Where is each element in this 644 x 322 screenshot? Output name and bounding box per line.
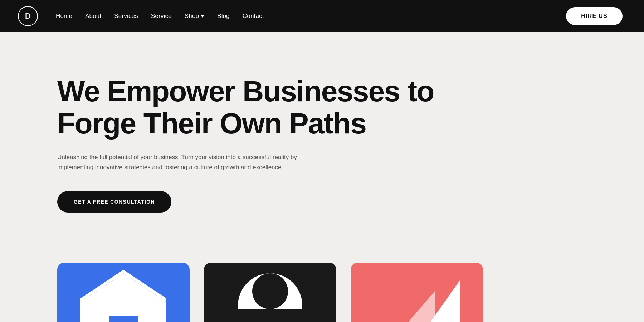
logo[interactable]: D — [18, 6, 38, 26]
nav-item-home[interactable]: Home — [56, 13, 72, 20]
svg-rect-2 — [109, 316, 138, 322]
nav-item-services[interactable]: Services — [114, 13, 138, 20]
card-red — [351, 263, 483, 322]
card-black — [204, 263, 336, 322]
nav-link-contact[interactable]: Contact — [243, 13, 264, 19]
svg-point-5 — [252, 273, 288, 309]
nav-item-shop[interactable]: Shop — [185, 13, 204, 20]
arrow-icon — [363, 263, 470, 322]
nav-item-service[interactable]: Service — [151, 13, 172, 20]
navbar: D Home About Services Service Shop — [0, 0, 644, 32]
hire-us-button[interactable]: HIRE US — [566, 7, 623, 25]
nav-item-contact[interactable]: Contact — [243, 13, 264, 20]
navbar-left: D Home About Services Service Shop — [18, 6, 264, 26]
card-blue — [57, 263, 190, 322]
nav-link-shop[interactable]: Shop — [185, 13, 204, 20]
arch-icon — [227, 263, 313, 322]
hero-subtitle: Unleashing the full potential of your bu… — [57, 152, 329, 172]
cta-consultation-button[interactable]: GET A FREE CONSULTATION — [57, 191, 171, 213]
nav-item-about[interactable]: About — [85, 13, 101, 20]
nav-link-blog[interactable]: Blog — [217, 13, 230, 19]
svg-rect-4 — [238, 309, 302, 322]
nav-link-home[interactable]: Home — [56, 13, 72, 19]
nav-links: Home About Services Service Shop Blog — [56, 13, 264, 20]
svg-marker-0 — [80, 273, 166, 322]
svg-marker-6 — [392, 291, 435, 322]
hero-title: We Empower Businesses to Forge Their Own… — [57, 75, 451, 140]
nav-link-about[interactable]: About — [85, 13, 101, 19]
nav-item-blog[interactable]: Blog — [217, 13, 230, 20]
nav-link-services[interactable]: Services — [114, 13, 138, 19]
house-icon — [73, 266, 174, 322]
logo-letter: D — [25, 11, 31, 21]
nav-link-service[interactable]: Service — [151, 13, 172, 19]
hero-section: We Empower Businesses to Forge Their Own… — [0, 32, 644, 234]
cards-section — [0, 234, 644, 322]
chevron-down-icon — [201, 15, 204, 18]
